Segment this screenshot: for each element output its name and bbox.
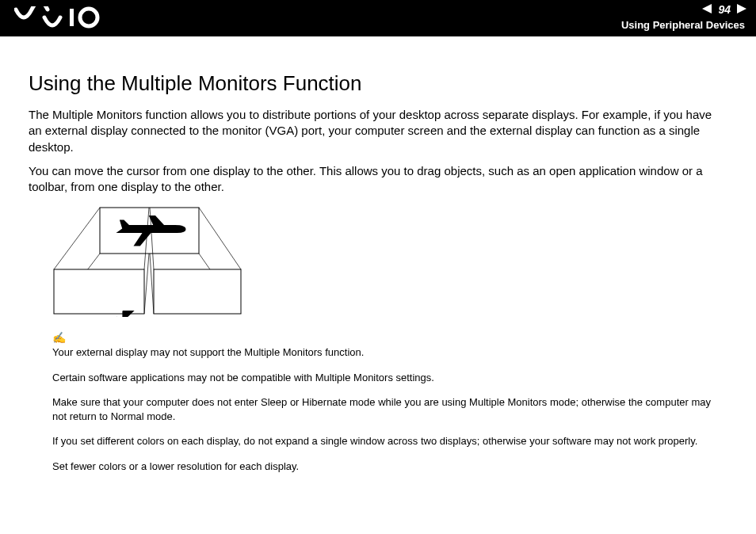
note-icon: ✍ [52, 331, 727, 344]
header-bar: 94 Using Peripheral Devices [0, 0, 756, 36]
page-nav: 94 [702, 3, 746, 16]
note-text: Your external display may not support th… [52, 345, 727, 360]
section-label: Using Peripheral Devices [621, 19, 745, 31]
svg-rect-13 [54, 269, 144, 314]
svg-marker-3 [737, 4, 746, 13]
page-content: Using the Multiple Monitors Function The… [0, 36, 756, 474]
note-text: If you set different colors on each disp… [52, 434, 727, 448]
svg-line-11 [199, 208, 241, 269]
body-paragraph: You can move the cursor from one display… [29, 163, 727, 196]
page-number: 94 [718, 3, 731, 16]
svg-marker-2 [702, 4, 712, 13]
body-paragraph: The Multiple Monitors function allows yo… [29, 107, 727, 155]
note-text: Set fewer colors or a lower resolution f… [52, 460, 727, 474]
svg-rect-14 [154, 269, 241, 314]
note-text: Make sure that your computer does not en… [52, 395, 727, 423]
svg-point-1 [80, 9, 97, 26]
notes-section: ✍ Your external display may not support … [52, 331, 727, 473]
prev-page-arrow[interactable] [702, 3, 713, 16]
multiple-monitors-diagram [52, 206, 727, 320]
vaio-logo [14, 6, 101, 32]
page-title: Using the Multiple Monitors Function [29, 71, 727, 96]
svg-rect-0 [70, 9, 74, 26]
next-page-arrow[interactable] [735, 3, 746, 16]
note-text: Certain software applications may not be… [52, 371, 727, 385]
svg-line-5 [54, 208, 100, 269]
